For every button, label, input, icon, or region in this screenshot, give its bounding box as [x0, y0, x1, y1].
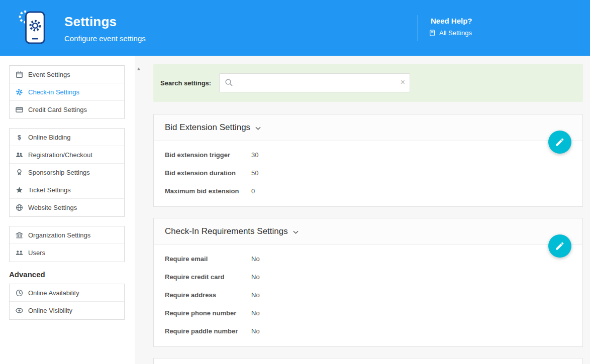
setting-label: Require credit card [165, 273, 251, 281]
setting-row: Require phone number No [165, 304, 571, 322]
all-settings-link[interactable]: All Settings [430, 29, 472, 37]
sidebar-item-online-visibility[interactable]: Online Visibility [10, 302, 124, 319]
sidebar-item-registration-checkout[interactable]: Registration/Checkout [10, 146, 124, 164]
sidebar-item-online-availability[interactable]: Online Availability [10, 284, 124, 302]
sidebar-item-online-bidding[interactable]: $ Online Bidding [10, 129, 124, 146]
card-header-bid-extension[interactable]: Bid Extension Settings [154, 114, 582, 141]
sidebar-item-label: Online Availability [28, 289, 79, 297]
page-subtitle: Configure event settings [64, 34, 146, 43]
setting-row: Require email No [165, 250, 571, 268]
setting-label: Require phone number [165, 309, 251, 317]
pencil-icon [555, 137, 565, 147]
setting-row: Require credit card No [165, 268, 571, 286]
setting-label: Maximum bid extension [165, 187, 251, 195]
sidebar-group-event: Event Settings Check-in Settings [9, 65, 125, 119]
card-title: Bid Extension Settings [165, 123, 250, 133]
search-box: × [219, 73, 410, 92]
card-body: Require email No Require credit card No … [154, 245, 582, 346]
setting-value: 50 [251, 169, 258, 177]
sidebar-item-label: Online Visibility [28, 307, 72, 314]
main-content: Search settings: × Bid Extension Setting… [135, 56, 590, 364]
setting-value: 0 [251, 187, 255, 195]
setting-label: Require address [165, 291, 251, 299]
chevron-down-icon [293, 230, 299, 234]
settings-phone-logo-icon [18, 8, 47, 48]
sidebar-item-label: Ticket Settings [28, 186, 71, 194]
card-title: Check-In Requirements Settings [165, 226, 288, 236]
bank-icon [15, 231, 23, 239]
sidebar-item-checkin-settings[interactable]: Check-in Settings [10, 83, 124, 101]
credit-card-icon [15, 106, 23, 113]
edit-checkin-requirements-button[interactable] [548, 234, 571, 258]
setting-label: Bid extension duration [165, 169, 251, 177]
card-body: Bid extension trigger 30 Bid extension d… [154, 141, 582, 206]
clock-icon [15, 289, 23, 297]
setting-label: Require paddle number [165, 327, 251, 335]
setting-row: Require address No [165, 286, 571, 304]
settings-sidebar: Event Settings Check-in Settings [9, 65, 125, 329]
gear-icon [15, 88, 23, 96]
sidebar-item-ticket-settings[interactable]: Ticket Settings [10, 181, 124, 199]
people-icon [15, 151, 23, 159]
sidebar-item-label: Organization Settings [28, 231, 90, 239]
search-icon [225, 78, 233, 89]
clear-search-icon[interactable]: × [401, 77, 405, 87]
setting-label: Bid extension trigger [165, 151, 251, 159]
chevron-down-icon [255, 127, 261, 130]
sidebar-item-event-settings[interactable]: Event Settings [10, 66, 124, 83]
card-header-checkin-requirements[interactable]: Check-In Requirements Settings [154, 218, 582, 245]
sidebar-item-users[interactable]: Users [10, 244, 124, 262]
setting-value: 30 [251, 151, 258, 159]
settings-card-checkin-requirements: Check-In Requirements Settings Require e… [153, 218, 583, 347]
sidebar-item-label: Check-in Settings [28, 88, 79, 96]
setting-value: No [251, 291, 260, 299]
sidebar-item-organization-settings[interactable]: Organization Settings [10, 226, 124, 244]
sidebar-item-label: Website Settings [28, 204, 77, 211]
search-settings-panel: Search settings: × [153, 64, 583, 102]
document-icon [430, 30, 435, 36]
sidebar-item-label: Users [28, 249, 45, 257]
setting-row: Maximum bid extension 0 [165, 182, 571, 200]
sidebar-group-org: Organization Settings Users [9, 226, 125, 262]
setting-value: No [251, 255, 260, 263]
sidebar-item-credit-card-settings[interactable]: Credit Card Settings [10, 101, 124, 118]
sidebar-item-sponsorship-settings[interactable]: Sponsorship Settings [10, 164, 124, 181]
setting-row: Bid extension trigger 30 [165, 146, 571, 164]
all-settings-label: All Settings [439, 29, 472, 37]
setting-row: Bid extension duration 50 [165, 164, 571, 182]
setting-value: No [251, 309, 260, 317]
page-title: Settings [64, 14, 117, 30]
setting-label: Require email [165, 255, 251, 263]
setting-row: Require paddle number No [165, 322, 571, 340]
edit-bid-extension-button[interactable] [548, 131, 571, 154]
advanced-section-heading: Advanced [9, 270, 125, 279]
setting-value: No [251, 273, 260, 281]
need-help-label: Need Help? [431, 17, 472, 25]
sidebar-group-advanced: Online Availability Online Visibility [9, 284, 125, 320]
star-icon [15, 186, 23, 194]
sidebar-item-label: Sponsorship Settings [28, 169, 90, 176]
header-divider [418, 15, 418, 41]
sidebar-group-selling: $ Online Bidding Registration/Checkout [9, 128, 125, 217]
eye-icon [15, 307, 23, 314]
globe-icon [15, 204, 23, 211]
dollar-icon: $ [15, 134, 23, 141]
search-settings-label: Search settings: [160, 79, 211, 87]
sidebar-item-label: Registration/Checkout [28, 151, 92, 159]
svg-text:$: $ [18, 134, 21, 141]
calendar-icon [15, 71, 23, 78]
left-panel: Event Settings Check-in Settings [0, 56, 135, 364]
search-input[interactable] [219, 73, 410, 92]
pencil-icon [555, 241, 565, 251]
setting-value: No [251, 327, 260, 335]
sidebar-item-label: Credit Card Settings [28, 106, 87, 113]
sidebar-item-website-settings[interactable]: Website Settings [10, 199, 124, 216]
sidebar-item-label: Event Settings [28, 71, 70, 78]
app-header: Settings Configure event settings Need H… [0, 0, 590, 56]
award-ribbon-icon [15, 169, 23, 176]
sidebar-item-label: Online Bidding [28, 134, 71, 141]
settings-card-bid-extension: Bid Extension Settings Bid extension tri… [153, 114, 583, 207]
settings-card-partial [153, 358, 583, 364]
users-icon [15, 249, 23, 257]
